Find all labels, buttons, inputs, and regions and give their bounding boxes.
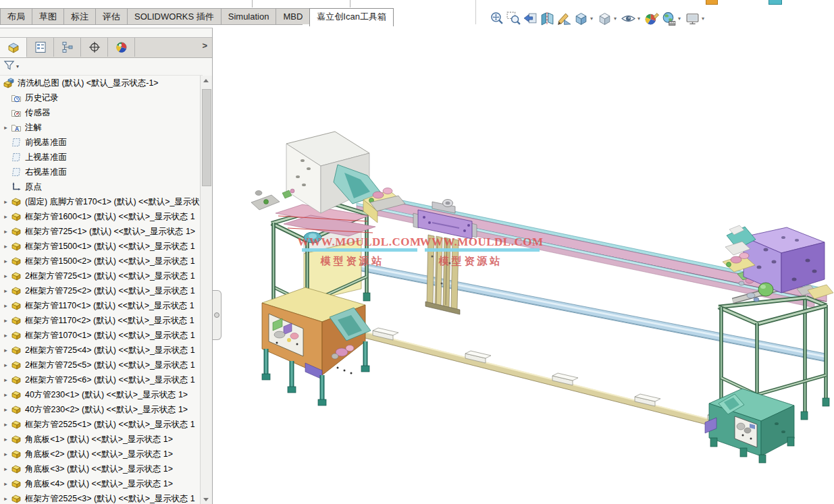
expand-arrow-icon[interactable]: ▸ [0, 243, 11, 250]
tree-item[interactable]: ▸40方管230<1> (默认) <<默认>_显示状态 1> [0, 387, 200, 402]
expand-arrow-icon[interactable]: ▸ [0, 213, 11, 220]
scroll-thumb[interactable] [202, 89, 211, 186]
expand-arrow-icon[interactable]: ▸ [0, 466, 11, 472]
tree-item[interactable]: ▸框架方管1070<1> (默认) <<默认>_显示状态 1 [0, 328, 200, 343]
tree-item[interactable]: ▸框架方管1600<1> (默认) <<默认>_显示状态 1 [0, 209, 200, 224]
expand-arrow-icon[interactable]: ▸ [0, 421, 11, 428]
watermark: WWW.MOULDL.COM WWW.MOULDL.COM 模型资源站 模型资源… [298, 235, 544, 267]
dropdown-caret-icon[interactable]: ▾ [637, 11, 640, 26]
expand-arrow-icon[interactable]: ▸ [0, 362, 11, 368]
tree-item[interactable]: 前视基准面 [0, 135, 200, 150]
expand-arrow-icon[interactable]: ▸ [0, 347, 11, 354]
expand-arrow-icon[interactable]: ▸ [0, 258, 11, 264]
filter-dropdown-caret[interactable]: ▾ [16, 63, 19, 69]
expand-arrow-icon[interactable]: ▸ [0, 124, 11, 131]
view-orientation-button[interactable]: ▾ [573, 11, 596, 26]
panel-tab-featuremanager[interactable] [0, 38, 27, 57]
section-view-button[interactable] [539, 11, 556, 26]
expand-arrow-icon[interactable]: ▸ [0, 451, 11, 457]
tree-item[interactable]: ▸框架方管2525<1> (默认) <<默认>_显示状态 1 [0, 417, 200, 432]
dropdown-caret-icon[interactable]: ▾ [702, 11, 704, 26]
scroll-up-button[interactable] [201, 76, 212, 86]
command-tab-2[interactable]: 草图 [32, 8, 64, 24]
tree-item[interactable]: ▸2框架方管725<4> (默认) <<默认>_显示状态 1 [0, 343, 200, 358]
plane-icon [11, 137, 22, 148]
display-style-button[interactable]: ▾ [596, 11, 620, 26]
plane-icon [11, 167, 22, 177]
tree-item[interactable]: ▸40方管230<2> (默认) <<默认>_显示状态 1> [0, 402, 200, 417]
expand-arrow-icon[interactable]: ▸ [0, 273, 11, 279]
command-tab-8[interactable]: 嘉立创Ican工具箱 [309, 8, 394, 26]
tree-item[interactable]: ▸角底板<4> (默认) <<默认>_显示状态 1> [0, 476, 200, 491]
expand-arrow-icon[interactable]: ▸ [0, 287, 11, 294]
tree-item[interactable]: ▸A注解 [0, 120, 200, 135]
previous-view-button[interactable] [522, 11, 539, 26]
panel-tab-dimxpert-manager[interactable] [81, 38, 108, 57]
tree-item[interactable]: 上视基准面 [0, 150, 200, 165]
tree-item[interactable]: ▸框架方管1500<1> (默认) <<默认>_显示状态 1 [0, 239, 200, 254]
featuremanager-panel: > ▾ 清洗机总图 (默认) <默认_显示状态-1>历史记录传感器▸A注解前视基… [0, 28, 213, 504]
tree-item[interactable]: ▸角底板<3> (默认) <<默认>_显示状态 1> [0, 461, 200, 476]
tree-item[interactable]: ▸框架方管2525<3> (默认) <<默认>_显示状态 1 [0, 491, 200, 504]
command-tab-1[interactable]: 布局 [0, 8, 32, 24]
panel-tab-configuration-manager[interactable] [54, 38, 81, 57]
tree-item[interactable]: 历史记录 [0, 90, 200, 105]
filter-icon[interactable] [3, 59, 15, 74]
scroll-down-button[interactable] [201, 494, 212, 504]
zoom-to-area-button[interactable] [505, 11, 522, 26]
expand-arrow-icon[interactable]: ▸ [0, 228, 11, 235]
edit-appearance-button[interactable] [644, 11, 660, 26]
command-tab-7[interactable]: MBD [276, 8, 310, 24]
tree-item[interactable]: ▸(固定) 底脚方管170<1> (默认) <<默认>_显示状 [0, 194, 200, 209]
dropdown-caret-icon[interactable]: ▾ [590, 11, 593, 26]
tree-scrollbar[interactable] [200, 76, 212, 504]
pane-divider [475, 0, 476, 24]
tree-item[interactable]: 传感器 [0, 105, 200, 120]
expand-arrow-icon[interactable]: ▸ [0, 332, 11, 339]
panel-splitter-handle[interactable] [213, 290, 221, 340]
tree-item[interactable]: ▸角底板<1> (默认) <<默认>_显示状态 1> [0, 432, 200, 447]
view-settings-icon [685, 11, 700, 26]
tree-item[interactable]: ▸角底板<2> (默认) <<默认>_显示状态 1> [0, 447, 200, 461]
tree-item-label: 40方管230<1> (默认) <<默认>_显示状态 1> [22, 389, 188, 401]
command-tab-4[interactable]: 评估 [95, 8, 128, 24]
sketch-annotation-button[interactable] [556, 11, 573, 26]
expand-arrow-icon[interactable]: ▸ [0, 302, 11, 309]
expand-arrow-icon[interactable]: ▸ [0, 436, 11, 443]
dropdown-caret-icon[interactable]: ▾ [678, 11, 681, 26]
panel-tab-display-manager[interactable] [108, 38, 135, 57]
apply-scene-button[interactable]: ▾ [660, 11, 684, 26]
tree-item[interactable]: 原点 [0, 179, 200, 194]
tree-item[interactable]: ▸框架方管725<1> (默认) <<默认>_显示状态 1> [0, 224, 200, 239]
tree-item[interactable]: ▸2框架方管725<6> (默认) <<默认>_显示状态 1 [0, 372, 200, 387]
command-tab-5[interactable]: SOLIDWORKS 插件 [127, 8, 221, 24]
tree-item-label: 清洗机总图 (默认) <默认_显示状态-1> [15, 78, 159, 89]
tree-item-label: 注解 [22, 122, 42, 134]
expand-arrow-icon[interactable]: ▸ [0, 317, 11, 324]
tree-item[interactable]: ▸框架方管1500<2> (默认) <<默认>_显示状态 1 [0, 254, 200, 269]
command-tab-6[interactable]: Simulation [221, 8, 277, 24]
tree-root[interactable]: 清洗机总图 (默认) <默认_显示状态-1> [0, 76, 200, 90]
tree-item[interactable]: ▸2框架方管725<2> (默认) <<默认>_显示状态 1 [0, 283, 200, 298]
hide-show-items-button[interactable]: ▾ [620, 11, 644, 26]
zoom-to-fit-button[interactable] [488, 11, 505, 26]
tree-item[interactable]: ▸框架方管1170<1> (默认) <<默认>_显示状态 1 [0, 298, 200, 313]
tree-filter-row[interactable]: ▾ [0, 57, 203, 76]
tree-item[interactable]: ▸框架方管1170<2> (默认) <<默认>_显示状态 1 [0, 313, 200, 328]
expand-arrow-icon[interactable]: ▸ [0, 406, 11, 413]
expand-arrow-icon[interactable]: ▸ [0, 495, 11, 502]
expand-arrow-icon[interactable]: ▸ [0, 198, 11, 205]
tree-item[interactable]: ▸2框架方管725<1> (默认) <<默认>_显示状态 1 [0, 269, 200, 283]
dropdown-caret-icon[interactable]: ▾ [614, 11, 617, 26]
tree-item-label: 角底板<4> (默认) <<默认>_显示状态 1> [22, 478, 173, 490]
expand-arrow-icon[interactable]: ▸ [0, 376, 11, 383]
panel-tab-propertymanager[interactable] [27, 38, 54, 57]
view-settings-button[interactable]: ▾ [684, 11, 708, 26]
command-tab-3[interactable]: 标注 [63, 8, 96, 24]
expand-arrow-icon[interactable]: ▸ [0, 480, 11, 487]
panel-expand-button[interactable]: > [202, 40, 207, 51]
tree-item[interactable]: 右视基准面 [0, 165, 200, 179]
toolbar-icon-clipped [768, 0, 782, 5]
expand-arrow-icon[interactable]: ▸ [0, 391, 11, 398]
tree-item[interactable]: ▸2框架方管725<5> (默认) <<默认>_显示状态 1 [0, 358, 200, 372]
